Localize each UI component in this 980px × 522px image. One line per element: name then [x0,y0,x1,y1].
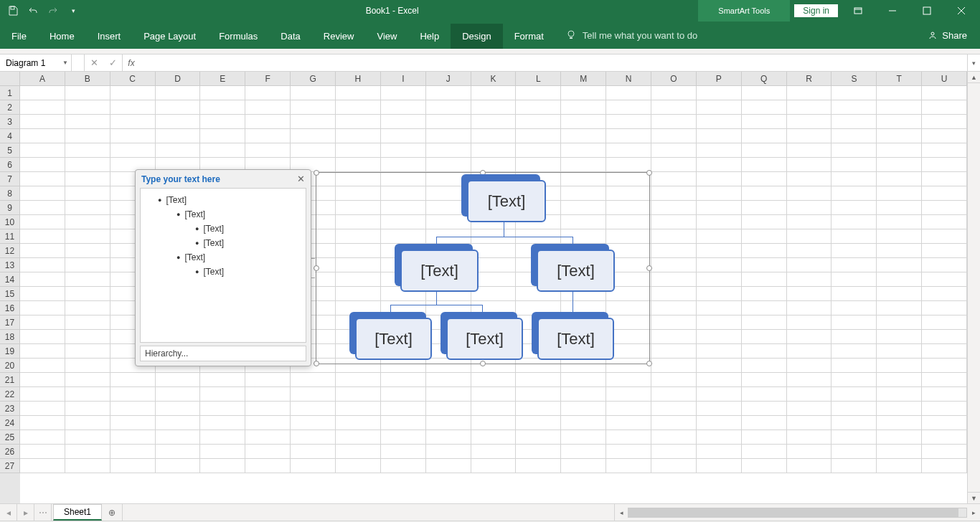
cell[interactable] [561,129,606,143]
cell[interactable] [200,445,245,459]
cell[interactable] [606,129,651,143]
cell[interactable] [877,244,922,258]
cell[interactable] [787,215,832,229]
cell[interactable] [426,387,471,402]
cell[interactable] [877,129,922,143]
cell[interactable] [336,100,381,115]
ribbon-tab-formulas[interactable]: Formulas [207,24,269,49]
tell-me-search[interactable]: Tell me what you want to do [555,22,707,49]
cell[interactable] [606,100,651,115]
cell[interactable] [877,115,922,129]
text-pane-item[interactable]: ●[Text] [143,236,303,250]
column-header[interactable]: H [336,72,381,86]
cell[interactable] [291,459,336,473]
cell[interactable] [877,445,922,459]
cell[interactable] [831,100,877,115]
row-header[interactable]: 25 [0,430,20,445]
cell[interactable] [742,287,787,301]
cell[interactable] [471,373,517,387]
cell[interactable] [200,430,245,445]
cell[interactable] [787,330,832,344]
cell[interactable] [561,115,606,129]
cell[interactable] [516,387,561,402]
cell[interactable] [742,115,787,129]
cell[interactable] [877,459,922,473]
scroll-up-icon[interactable]: ▲ [968,72,980,83]
cell[interactable] [471,86,517,100]
cell[interactable] [65,359,110,373]
cell[interactable] [697,215,742,229]
cell[interactable] [787,287,832,301]
cell[interactable] [20,359,65,373]
cell[interactable] [697,387,742,402]
cell[interactable] [697,315,742,330]
cell[interactable] [606,430,651,445]
row-header[interactable]: 11 [0,229,20,244]
cell[interactable] [426,445,471,459]
cell[interactable] [65,430,110,445]
cell[interactable] [877,387,922,402]
cell[interactable] [110,459,156,473]
cell[interactable] [831,86,877,100]
cell[interactable] [651,416,697,430]
minimize-icon[interactable] [878,0,907,22]
cell[interactable] [20,258,65,272]
cell[interactable] [922,186,967,201]
cell[interactable] [245,86,291,100]
ribbon-tab-data[interactable]: Data [269,24,311,49]
cell[interactable] [20,344,65,359]
cell[interactable] [245,387,291,402]
cell[interactable] [651,373,697,387]
cell[interactable] [65,330,110,344]
cell[interactable] [922,172,967,186]
cell[interactable] [65,186,110,201]
cell[interactable] [831,402,877,416]
cell[interactable] [877,373,922,387]
cell[interactable] [831,258,877,272]
cell[interactable] [787,115,832,129]
cell[interactable] [877,359,922,373]
cell[interactable] [291,129,336,143]
cell[interactable] [742,229,787,244]
cell[interactable] [20,445,65,459]
cell[interactable] [245,402,291,416]
cell[interactable] [742,445,787,459]
scroll-left-icon[interactable]: ◂ [615,509,628,516]
cell[interactable] [877,172,922,186]
cell[interactable] [471,129,517,143]
cell[interactable] [831,387,877,402]
cell[interactable] [831,186,877,201]
cell[interactable] [877,158,922,172]
cell[interactable] [156,86,201,100]
column-header[interactable]: T [877,72,922,86]
cell[interactable] [156,445,201,459]
cell[interactable] [291,115,336,129]
cell[interactable] [606,143,651,158]
cell[interactable] [787,172,832,186]
cell[interactable] [20,86,65,100]
row-header[interactable]: 22 [0,387,20,402]
cell[interactable] [200,100,245,115]
cell[interactable] [922,416,967,430]
cell[interactable] [877,416,922,430]
cell[interactable] [831,201,877,215]
close-icon[interactable] [947,0,976,22]
sheet-nav-menu-icon[interactable]: ⋯ [34,504,52,521]
cell[interactable] [606,416,651,430]
row-header[interactable]: 8 [0,186,20,201]
smartart-node-text[interactable]: [Text] [355,318,432,360]
cell[interactable] [561,100,606,115]
ribbon-options-icon[interactable] [844,0,872,22]
cell[interactable] [606,459,651,473]
cell[interactable] [516,158,561,172]
sheet-tab[interactable]: Sheet1 [53,504,102,521]
cell[interactable] [20,115,65,129]
cell[interactable] [877,86,922,100]
cell[interactable] [516,129,561,143]
smartart-node[interactable]: [Text] [349,312,432,360]
cell[interactable] [245,129,291,143]
cell[interactable] [20,100,65,115]
column-header[interactable]: E [200,72,245,86]
cell[interactable] [20,244,65,258]
cell[interactable] [697,301,742,315]
